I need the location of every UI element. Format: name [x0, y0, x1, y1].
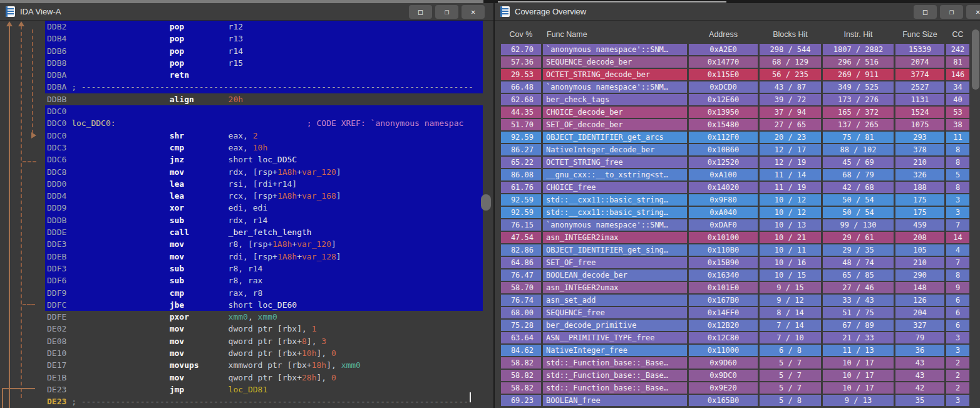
coverage-row-size[interactable]: 459 [895, 219, 944, 231]
coverage-row-instr[interactable]: 10 / 17 [823, 357, 894, 369]
coverage-row-size[interactable]: 210 [895, 157, 944, 168]
coverage-row-cc[interactable]: 11 [946, 132, 969, 143]
coverage-row-instr[interactable]: 48 / 74 [823, 257, 894, 268]
coverage-row-size[interactable]: 2074 [895, 56, 944, 68]
coverage-row-addr[interactable]: 0x16340 [689, 269, 758, 281]
coverage-row-cov[interactable]: 63.64 [501, 332, 541, 343]
coverage-row-cc[interactable]: 81 [946, 56, 969, 68]
coverage-row-size[interactable]: 326 [895, 169, 944, 180]
coverage-row-cov[interactable]: 44.35 [501, 107, 541, 118]
coverage-row-instr[interactable]: 68 / 79 [823, 169, 894, 180]
coverage-row-size[interactable]: 327 [895, 320, 944, 331]
coverage-row-addr[interactable]: 0x14770 [689, 56, 758, 68]
coverage-row-cov[interactable]: 61.76 [501, 182, 541, 193]
coverage-row-cov[interactable]: 57.36 [501, 56, 541, 68]
coverage-row-blocks[interactable]: 39 / 72 [760, 94, 821, 105]
column-header-cov[interactable]: Cov % [501, 26, 541, 43]
disassembly-line[interactable]: DDE3 mov r8, [rsp+1A8h+var_120] [45, 238, 483, 250]
disassembly-line[interactable]: DDEB mov rdi, [rsp+1A8h+var_128] [45, 251, 483, 263]
coverage-row-instr[interactable]: 165 / 372 [823, 107, 894, 118]
coverage-row-addr[interactable]: 0x12520 [689, 157, 758, 168]
coverage-row-blocks[interactable]: 5 / 7 [760, 357, 821, 369]
coverage-row-instr[interactable]: 173 / 276 [823, 94, 894, 105]
coverage-row-addr[interactable]: 0xA2E0 [689, 44, 758, 55]
coverage-row-blocks[interactable]: 10 / 13 [760, 219, 821, 231]
coverage-row-instr[interactable]: 65 / 85 [823, 269, 894, 281]
coverage-row-size[interactable]: 290 [895, 269, 944, 281]
disassembly-line[interactable]: DDC0 loc_DDC0: ; CODE XREF: `anonymous n… [45, 117, 483, 129]
disassembly-line[interactable]: DDC6 jnz short loc_DD5C [45, 154, 483, 165]
coverage-row-instr[interactable]: 10 / 17 [823, 382, 894, 394]
coverage-row-name[interactable]: SET_OF_free [543, 257, 687, 268]
coverage-row-addr[interactable]: 0xA040 [689, 207, 758, 218]
disassembly-line[interactable]: DDC0 [45, 105, 483, 117]
coverage-row-addr[interactable]: 0x13950 [689, 107, 758, 118]
coverage-row-addr[interactable]: 0x165B0 [689, 395, 758, 406]
coverage-row-addr[interactable]: 0x12C80 [689, 332, 758, 343]
coverage-row-instr[interactable]: 296 / 516 [823, 56, 894, 68]
coverage-row-name[interactable]: BOOLEAN_decode_ber [543, 269, 687, 281]
coverage-row-cc[interactable]: 7 [946, 219, 969, 231]
disassembly-line[interactable]: DE10 mov dword ptr [rbx+10h], 0 [45, 347, 483, 359]
coverage-row-blocks[interactable]: 10 / 11 [760, 244, 821, 256]
coverage-row-instr[interactable]: 88 / 102 [823, 144, 894, 155]
coverage-row-blocks[interactable]: 6 / 8 [760, 345, 821, 356]
coverage-row-cc[interactable]: 6 [946, 307, 969, 318]
coverage-row-instr[interactable]: 349 / 525 [823, 81, 894, 93]
coverage-row-cc[interactable]: 2 [946, 357, 969, 369]
coverage-row-cov[interactable]: 47.54 [501, 232, 541, 243]
coverage-row-addr[interactable]: 0xA100 [689, 169, 758, 180]
coverage-row-size[interactable]: 79 [895, 332, 944, 343]
coverage-row-size[interactable]: 35 [895, 395, 944, 406]
coverage-row-instr[interactable]: 1807 / 2882 [823, 44, 894, 55]
coverage-row-cov[interactable]: 92.59 [501, 132, 541, 143]
coverage-row-instr[interactable]: 50 / 54 [823, 194, 894, 206]
coverage-row-name[interactable]: std::__cxx11::basic_string… [543, 207, 687, 218]
coverage-row-blocks[interactable]: 10 / 21 [760, 232, 821, 243]
maximize-button[interactable]: □ [914, 5, 937, 19]
disassembly-scrollbar-thumb[interactable] [481, 194, 491, 211]
maximize-button[interactable]: □ [409, 5, 432, 19]
coverage-row-cov[interactable]: 29.53 [501, 69, 541, 80]
coverage-row-name[interactable]: OBJECT_IDENTIFIER_get_sing… [543, 244, 687, 256]
restore-button[interactable]: ❐ [940, 5, 963, 19]
coverage-row-cov[interactable]: 69.23 [501, 395, 541, 406]
column-header-blocks[interactable]: Blocks Hit [760, 26, 821, 43]
coverage-row-cov[interactable]: 58.82 [501, 357, 541, 369]
coverage-row-cc[interactable]: 242 [946, 44, 969, 55]
coverage-row-name[interactable]: asn_INTEGER2umax [543, 282, 687, 293]
coverage-row-instr[interactable]: 9 / 13 [823, 395, 894, 406]
coverage-row-addr[interactable]: 0xDAF0 [689, 219, 758, 231]
column-header-name[interactable]: Func Name [543, 26, 687, 43]
disassembly-line[interactable]: DDB2 pop r12 [45, 21, 483, 33]
coverage-row-cov[interactable]: 76.74 [501, 295, 541, 306]
coverage-scrollbar-thumb[interactable] [972, 29, 979, 90]
coverage-row-addr[interactable]: 0x9F80 [689, 194, 758, 206]
restore-button[interactable]: ❐ [435, 5, 458, 19]
column-header-cc[interactable]: CC [946, 26, 969, 43]
coverage-row-blocks[interactable]: 8 / 14 [760, 307, 821, 318]
coverage-row-size[interactable]: 43 [895, 370, 944, 381]
coverage-row-addr[interactable]: 0x115E0 [689, 69, 758, 80]
coverage-row-cc[interactable]: 4 [946, 244, 969, 256]
coverage-row-cc[interactable]: 3 [946, 194, 969, 206]
coverage-row-cc[interactable]: 7 [946, 257, 969, 268]
coverage-row-addr[interactable]: 0x15480 [689, 119, 758, 130]
coverage-row-name[interactable]: std::_Function_base::_Base… [543, 370, 687, 381]
coverage-row-cov[interactable]: 86.27 [501, 144, 541, 155]
coverage-row-instr[interactable]: 137 / 265 [823, 119, 894, 130]
coverage-row-cc[interactable]: 6 [946, 295, 969, 306]
coverage-row-cov[interactable]: 75.28 [501, 320, 541, 331]
coverage-row-size[interactable]: 293 [895, 132, 944, 143]
close-button[interactable]: ✕ [966, 5, 980, 19]
disassembly-line[interactable]: DDD4 lea rcx, [rsp+1A8h+var_168] [45, 190, 483, 202]
coverage-row-cc[interactable]: 2 [946, 370, 969, 381]
disassembly-line[interactable]: DDDE call _ber_fetch_length [45, 226, 483, 238]
coverage-row-name[interactable]: OCTET_STRING_free [543, 157, 687, 168]
coverage-row-instr[interactable]: 21 / 33 [823, 332, 894, 343]
coverage-row-size[interactable]: 210 [895, 257, 944, 268]
disassembly-line[interactable]: DE23 ; ---------------------------------… [45, 395, 483, 407]
coverage-row-name[interactable]: CHOICE_decode_ber [543, 107, 687, 118]
disassembly-line[interactable]: DDFE pxor xmm0, xmm0 [45, 311, 483, 323]
coverage-row-cc[interactable]: 8 [946, 157, 969, 168]
